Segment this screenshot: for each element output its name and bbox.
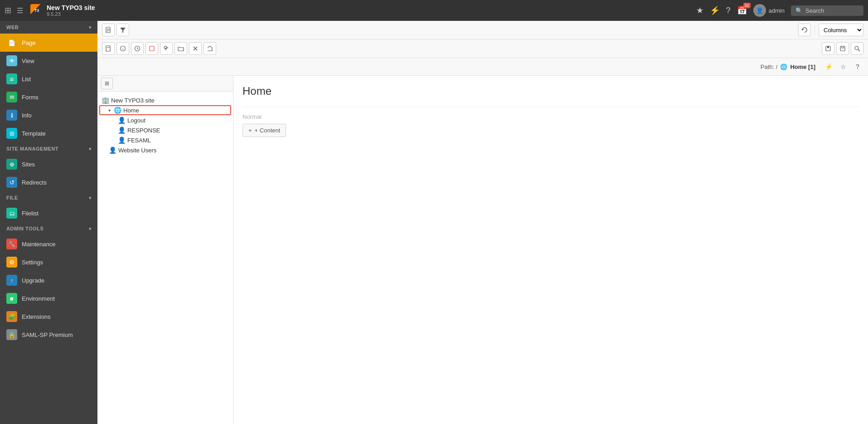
extensions-icon: 🧩 [6,311,17,322]
sidebar-item-page[interactable]: 📄 Page [0,34,97,52]
page-toolbar: Columns Languages QuickEdit [97,21,868,39]
filter-btn[interactable] [116,24,129,36]
refresh-btn[interactable] [798,24,811,36]
search-label: Search [805,7,824,14]
bookmark-icon[interactable]: ★ [696,5,703,15]
sidebar-item-settings[interactable]: ⚙ Settings [0,253,97,271]
move-btn[interactable] [145,42,158,55]
sidebar-item-upgrade[interactable]: ↑ Upgrade [0,271,97,289]
new-content-btn[interactable] [102,42,115,55]
main-layout: WEB ▾ 📄 Page 👁 View ≡ List ✉ Forms [0,21,868,424]
sidebar-item-info[interactable]: ℹ Info [0,106,97,124]
history-btn[interactable] [131,42,144,55]
sidebar-item-list-label: List [22,76,31,83]
home-globe-icon: 🌐 [113,107,121,114]
tree-node-website-users[interactable]: 👤 Website Users [99,145,231,155]
sidebar-item-list[interactable]: ≡ List [0,70,97,88]
toolbar-separator-1 [815,24,815,35]
site-root-icon: 🏢 [101,97,109,104]
admin-chevron-icon: ▾ [89,226,92,231]
svg-rect-11 [150,46,154,51]
tree-node-site[interactable]: 🏢 New TYPO3 site [99,95,231,105]
sidebar-item-extensions-label: Extensions [22,313,51,320]
sidebar-item-settings-label: Settings [22,259,43,266]
site-version: 9.5.23 [47,11,95,17]
page-title: Home [242,85,859,97]
path-bar: Path: / 🌐 Home [1] ⚡ ☆ ? [97,58,868,76]
username: admin [769,7,785,14]
add-content-plus-icon: + [248,127,252,134]
move2-btn[interactable] [204,42,216,55]
tree-node-response[interactable]: 👤 RESPONSE [99,125,231,135]
svg-line-18 [858,49,860,51]
tree-site-label: New TYPO3 site [111,97,155,104]
help-icon[interactable]: ? [726,6,731,15]
path-label: Path: / [761,63,778,70]
sidebar-item-sites[interactable]: ⊕ Sites [0,155,97,173]
info-btn2[interactable]: i [116,42,129,55]
site-logo: T3 New TYPO3 site 9.5.23 [30,4,95,17]
saml-icon: 🔒 [6,329,17,340]
sidebar-item-extensions[interactable]: 🧩 Extensions [0,307,97,326]
star-btn[interactable]: ☆ [837,61,849,73]
sidebar-item-upgrade-label: Upgrade [22,277,44,284]
new-page-btn[interactable] [102,24,115,36]
sidebar-item-template[interactable]: ⊞ Template [0,124,97,142]
folder-btn[interactable] [175,42,187,55]
sidebar-section-file[interactable]: FILE ▾ [0,191,97,204]
forms-icon: ✉ [6,92,17,102]
website-users-icon: 👤 [108,146,116,154]
svg-point-17 [855,46,858,50]
view-mode-select[interactable]: Columns Languages QuickEdit [819,24,863,36]
sidebar-section-admin[interactable]: ADMIN TOOLS ▾ [0,222,97,235]
split-panel: ⊞ 🏢 New TYPO3 site ▾ 🌐 Home [97,76,868,424]
site-name-block: New TYPO3 site 9.5.23 [47,4,95,17]
web-chevron-icon: ▾ [89,25,92,30]
sidebar-item-view[interactable]: 👁 View [0,52,97,70]
export-btn[interactable] [836,42,849,55]
sites-icon: ⊕ [6,159,17,170]
sidebar-item-redirects[interactable]: ↺ Redirects [0,173,97,191]
delete-btn[interactable] [189,42,202,55]
content-area: Columns Languages QuickEdit i [97,21,868,424]
sidebar-item-forms[interactable]: ✉ Forms [0,88,97,106]
sidebar-section-site-mgmt[interactable]: SITE MANAGEMENT ▾ [0,142,97,155]
tree-home-label: Home [123,107,139,114]
link-btn[interactable] [160,42,173,55]
sidebar-item-sites-label: Sites [22,161,35,168]
tree-node-logout[interactable]: 👤 Logout [99,115,231,125]
file-section-label: FILE [6,195,18,200]
sidebar-item-info-label: Info [22,112,32,119]
bolt-icon[interactable]: ⚡ [710,5,720,15]
search-bar[interactable]: 🔍 Search [791,5,863,16]
add-content-button[interactable]: + + Content [242,124,286,137]
sidebar-section-web[interactable]: WEB ▾ [0,21,97,34]
sidebar-item-saml[interactable]: 🔒 SAML-SP Premium [0,326,97,344]
menu-icon[interactable]: ☰ [17,6,23,15]
grid-icon[interactable]: ⊞ [5,5,11,15]
sidebar-item-template-label: Template [22,130,46,137]
sidebar-item-forms-label: Forms [22,94,39,101]
tree-node-home[interactable]: ▾ 🌐 Home [99,105,231,115]
expand-all-btn[interactable]: ⊞ [101,78,113,89]
site-mgmt-chevron-icon: ▾ [89,146,92,151]
lightning-btn[interactable]: ⚡ [823,61,834,73]
save-layout-btn[interactable] [822,42,834,55]
path-home[interactable]: Home [1] [790,63,815,70]
sidebar-item-environment[interactable]: ■ Environment [0,289,97,307]
sidebar-item-maintenance[interactable]: 🔧 Maintenance [0,235,97,253]
search-content-btn[interactable] [851,42,863,55]
help-btn2[interactable]: ? [852,61,863,73]
view-icon: 👁 [6,55,17,66]
user-menu[interactable]: 👤 admin [753,4,785,17]
sidebar-item-filelist[interactable]: 🗂 Filelist [0,204,97,222]
add-content-label: + Content [255,127,281,134]
file-chevron-icon: ▾ [89,195,92,200]
tree-node-fesaml[interactable]: 👤 FESAML [99,135,231,145]
notifications-button[interactable]: 📅 32 [737,5,747,15]
tree-website-users-label: Website Users [118,147,156,154]
site-mgmt-section-label: SITE MANAGEMENT [6,146,58,151]
search-icon: 🔍 [795,7,803,14]
sidebar-item-page-label: Page [22,39,35,46]
environment-icon: ■ [6,293,17,304]
